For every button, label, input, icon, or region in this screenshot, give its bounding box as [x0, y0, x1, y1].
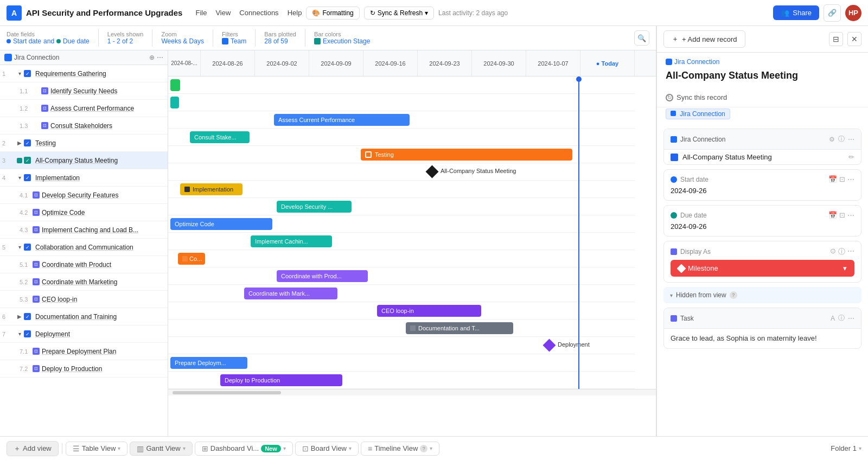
plus-icon: ＋	[672, 34, 679, 44]
table-row[interactable]: 6 ▶ ✓ Documentation and Training	[0, 308, 168, 325]
table-row[interactable]: 2 ▶ ✓ Testing	[0, 135, 168, 152]
gantt-bar-deploy[interactable]: Deploy to Production	[220, 374, 342, 386]
settings-icon[interactable]: ⚙	[829, 136, 835, 143]
nav-view[interactable]: View	[215, 9, 231, 17]
more-icon[interactable]: ⋯	[848, 315, 854, 322]
gantt-bar-collab[interactable]: Co...	[178, 253, 205, 265]
table-row[interactable]: 4.2 ⊡ Optimize Code	[0, 204, 168, 221]
gantt-bar-prep[interactable]: Prepare Deploym...	[170, 357, 247, 369]
table-row[interactable]: 1.3 ⊡ Consult Stakeholders	[0, 117, 168, 135]
gantt-bar-opt[interactable]: Optimize Code	[170, 218, 272, 230]
chart-scrollbar[interactable]	[168, 389, 656, 395]
nav-connections[interactable]: Connections	[239, 9, 278, 17]
table-row[interactable]: 7.2 ⊡ Deploy to Production	[0, 360, 168, 378]
row-checkbox[interactable]: ✓	[24, 244, 31, 251]
gantt-bar-consult[interactable]: Consult Stake...	[190, 131, 250, 143]
deployment-diamond[interactable]	[542, 338, 556, 352]
link-button[interactable]: 🔗	[824, 4, 841, 22]
jira-connection-tag[interactable]: Jira Connection	[666, 108, 730, 119]
tab-board-view[interactable]: ⊡ Board View ▾	[295, 442, 359, 456]
table-row[interactable]: 4.1 ⊡ Develop Security Features	[0, 187, 168, 204]
gantt-bar-coord-prod[interactable]: Coordinate with Prod...	[277, 270, 368, 282]
table-row[interactable]: 4 ▾ ✓ Implementation	[0, 169, 168, 187]
gantt-bar[interactable]	[170, 79, 180, 91]
calendar-icon[interactable]: 📅	[828, 211, 837, 219]
zoom-value[interactable]: Weeks & Days	[161, 37, 203, 45]
add-view-button[interactable]: ＋ Add view	[7, 441, 59, 456]
gantt-bar-dev[interactable]: Develop Security ...	[277, 201, 352, 213]
copy-icon[interactable]: ⊡	[839, 211, 845, 219]
row-checkbox[interactable]: ✓	[24, 313, 31, 320]
table-row[interactable]: 1 ▾ ✓ Requirements Gathering	[0, 65, 168, 82]
table-row[interactable]: 5.2 ⊡ Coordinate with Marketing	[0, 273, 168, 291]
gantt-bar[interactable]	[170, 97, 179, 108]
row-checkbox[interactable]: ✓	[24, 70, 31, 77]
main: Date fields Start date and Due date Leve…	[0, 26, 868, 436]
more-icon[interactable]: ⋯	[847, 175, 854, 183]
gantt-bar-impl[interactable]: Implementation	[180, 183, 242, 195]
levels-value[interactable]: 1 - 2 of 2	[107, 37, 144, 45]
row-checkbox[interactable]: ✓	[24, 330, 31, 337]
calendar-icon[interactable]: 📅	[828, 175, 837, 183]
table-row[interactable]: 7.1 ⊡ Prepare Deployment Plan	[0, 343, 168, 360]
folder-label[interactable]: Folder 1 ▾	[831, 444, 861, 452]
jira-item[interactable]: All-Company Status Meeting ✏	[664, 150, 861, 164]
row-checkbox[interactable]: ✓	[24, 157, 31, 164]
tab-table-view[interactable]: ☰ Table View ▾	[66, 442, 128, 456]
jira-checkbox[interactable]	[671, 154, 678, 161]
chart-row: Coordinate with Mark...	[168, 285, 635, 302]
table-row[interactable]: 3 ✓ All-Company Status Meeting	[0, 152, 168, 169]
gantt-bar-assess[interactable]: Assess Current Performance	[274, 114, 410, 126]
gantt-bar-cache[interactable]: Implement Cachin...	[251, 235, 332, 247]
scrollbar-thumb[interactable]	[173, 391, 281, 394]
table-row[interactable]: 4.3 ⊡ Implement Caching and Load B...	[0, 221, 168, 239]
minimize-button[interactable]: ⊟	[829, 32, 843, 46]
tab-dashboard-view[interactable]: ⊞ Dashboard Vi... New ▾	[195, 442, 293, 456]
text-icon[interactable]: A	[831, 315, 835, 322]
toggle-icon[interactable]: ⊙	[830, 247, 836, 257]
date-fields-value[interactable]: Start date and Due date	[7, 37, 90, 45]
more-icon[interactable]: ⋯	[847, 211, 854, 219]
gantt-bar-coord-mkt[interactable]: Coordinate with Mark...	[244, 288, 337, 299]
gantt-table-header: Jira Connection ⊕ ⋯	[0, 50, 168, 65]
table-row[interactable]: 1.2 ⊡ Assess Current Performance	[0, 100, 168, 117]
add-record-button[interactable]: ＋ + Add new record	[663, 30, 745, 48]
date-col: 2024-09-23	[418, 50, 472, 76]
info-icon[interactable]: ⓘ	[838, 247, 845, 257]
more-icon[interactable]: ⋯	[847, 247, 854, 257]
gantt-bar-testing[interactable]: Testing	[361, 149, 572, 161]
table-row[interactable]: 7 ▾ ✓ Deployment	[0, 325, 168, 343]
table-row[interactable]: 5.3 ⊡ CEO loop-in	[0, 291, 168, 308]
sync-button[interactable]: ↻ Sync & Refresh ▾	[364, 7, 434, 20]
chart-row	[168, 76, 635, 94]
hidden-from-view-row[interactable]: ▾ Hidden from view ?	[663, 287, 861, 303]
search-button[interactable]: 🔍	[634, 30, 649, 46]
bars-plotted-value[interactable]: 28 of 59	[264, 37, 296, 45]
tab-timeline-view[interactable]: ≡ Timeline View ? ▾	[361, 442, 439, 456]
jira-icon	[4, 54, 12, 61]
milestone-dropdown[interactable]: Milestone ▾	[671, 260, 854, 277]
date-fields-label: Date fields	[7, 31, 90, 37]
table-row[interactable]: 5 ▾ ✓ Collaboration and Communication	[0, 239, 168, 256]
share-button[interactable]: 👥 Share	[773, 5, 819, 20]
more-icon[interactable]: ⋯	[848, 136, 854, 143]
formatting-button[interactable]: 🎨 Formatting	[306, 7, 359, 20]
formatting-icon: 🎨	[312, 9, 320, 17]
filters-value[interactable]: Team	[222, 37, 246, 45]
milestone-diamond[interactable]	[425, 165, 438, 178]
info-icon[interactable]: ⓘ	[838, 314, 845, 323]
row-checkbox[interactable]: ✓	[24, 174, 31, 181]
table-row[interactable]: 1.1 ⊡ Identify Security Needs	[0, 82, 168, 100]
gantt-bar-docs[interactable]: Documentation and T...	[406, 322, 513, 334]
edit-icon[interactable]: ✏	[848, 153, 854, 161]
close-button[interactable]: ✕	[847, 32, 861, 46]
gantt-bar-ceo[interactable]: CEO loop-in	[377, 305, 481, 317]
bar-colors-value[interactable]: Execution Stage	[314, 37, 370, 45]
table-row[interactable]: 5.1 ⊡ Coordinate with Product	[0, 256, 168, 273]
nav-file[interactable]: File	[195, 9, 207, 17]
info-icon[interactable]: ⓘ	[838, 135, 845, 144]
row-checkbox[interactable]: ✓	[24, 139, 31, 146]
copy-icon[interactable]: ⊡	[839, 175, 845, 183]
nav-help[interactable]: Help	[288, 9, 302, 17]
tab-gantt-view[interactable]: ▥ Gantt View ▾	[130, 442, 192, 456]
